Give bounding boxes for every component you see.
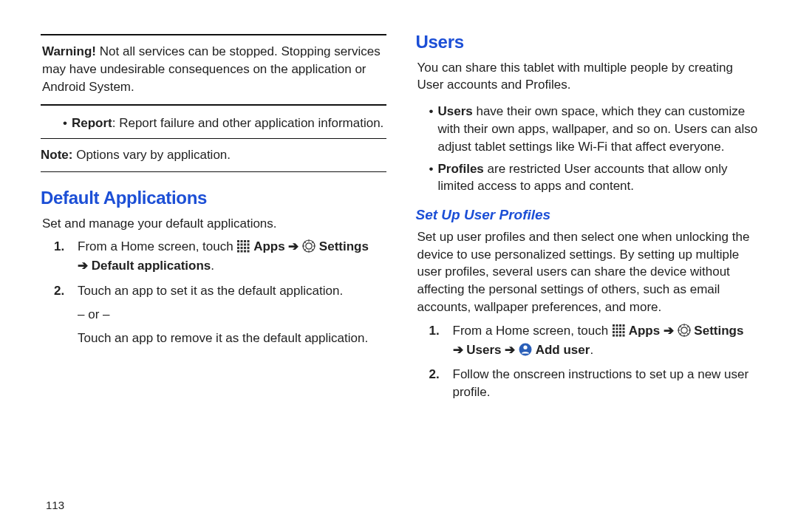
svg-rect-6 <box>244 244 246 246</box>
arrow-icon: ➔ <box>664 324 678 338</box>
report-text: : Report failure and other application i… <box>112 116 384 130</box>
step-item: 1. From a Home screen, touch Apps ➔ S <box>429 322 762 359</box>
bullet-text: have their own space, which they can cus… <box>437 104 757 154</box>
svg-rect-14 <box>244 250 246 253</box>
svg-rect-0 <box>237 240 239 242</box>
apps-label: Apps <box>253 239 285 253</box>
steps-list: 1. From a Home screen, touch Apps ➔ S <box>429 322 762 401</box>
svg-rect-32 <box>619 327 621 330</box>
apps-grid-icon <box>236 239 250 253</box>
divider <box>41 138 386 139</box>
svg-rect-35 <box>615 331 618 333</box>
svg-rect-9 <box>241 247 243 249</box>
svg-rect-5 <box>241 244 243 246</box>
apps-label: Apps <box>629 324 661 338</box>
note-label: Note: <box>41 148 72 162</box>
apps-grid-icon <box>612 324 625 337</box>
report-bullet: • Report: Report failure and other appli… <box>63 115 386 132</box>
users-intro: You can share this tablet with multiple … <box>417 59 762 95</box>
svg-rect-29 <box>622 324 624 327</box>
svg-rect-41 <box>622 334 624 336</box>
step-text: From a Home screen, touch <box>453 324 612 338</box>
svg-point-53 <box>523 345 527 349</box>
svg-rect-26 <box>613 324 615 327</box>
settings-label: Settings <box>319 239 369 253</box>
svg-rect-3 <box>248 240 250 242</box>
period: . <box>211 259 214 273</box>
svg-rect-30 <box>613 327 615 330</box>
list-item: • Profiles are restricted User accounts … <box>429 160 762 196</box>
default-apps-label: Default applications <box>92 259 211 273</box>
users-label: Users <box>437 104 472 118</box>
note-block: Note: Options vary by application. <box>41 143 386 167</box>
subsection-intro: Set up user profiles and then select one… <box>417 228 762 316</box>
users-nav-label: Users <box>466 343 501 357</box>
note-text: Options vary by application. <box>72 148 231 162</box>
gear-icon <box>302 239 316 253</box>
svg-rect-7 <box>248 244 250 246</box>
svg-rect-10 <box>244 247 246 249</box>
svg-rect-31 <box>615 327 618 330</box>
step-text: Touch an app to remove it as the default… <box>78 330 386 347</box>
step-item: 2. Touch an app to set it as the default… <box>54 282 386 347</box>
section-intro: Set and manage your default applications… <box>42 215 386 233</box>
svg-rect-37 <box>622 331 624 333</box>
warning-label: Warning! <box>42 44 96 58</box>
left-column: Warning! Not all services can be stopped… <box>41 30 386 510</box>
add-user-icon <box>519 343 532 356</box>
svg-rect-36 <box>619 331 621 333</box>
list-item: • Users have their own space, which they… <box>429 103 762 155</box>
bullet-icon: • <box>63 115 67 132</box>
report-label: Report <box>72 116 112 130</box>
svg-rect-2 <box>244 240 246 242</box>
gear-icon <box>678 324 691 337</box>
divider <box>41 171 386 172</box>
step-number: 1. <box>429 322 446 359</box>
step-text: From a Home screen, touch <box>78 239 236 253</box>
steps-list: 1. From a Home screen, touch Apps ➔ S <box>54 238 386 347</box>
step-text: Follow the onscreen instructions to set … <box>453 366 762 401</box>
step-item: 2. Follow the onscreen instructions to s… <box>429 366 762 401</box>
svg-rect-38 <box>613 334 615 336</box>
profiles-label: Profiles <box>437 162 483 176</box>
users-bullets: • Users have their own space, which they… <box>429 103 762 195</box>
svg-rect-4 <box>237 244 239 246</box>
svg-rect-27 <box>615 324 618 327</box>
settings-label: Settings <box>694 324 743 338</box>
step-number: 2. <box>54 282 70 347</box>
subsection-heading-setup-profiles: Set Up User Profiles <box>416 205 762 225</box>
arrow-icon: ➔ <box>288 239 302 253</box>
bullet-icon: • <box>429 160 434 196</box>
svg-rect-13 <box>241 250 243 253</box>
add-user-label: Add user <box>536 343 590 357</box>
step-text: Touch an app to set it as the default ap… <box>78 284 343 298</box>
svg-rect-1 <box>241 240 243 242</box>
section-heading-users: Users <box>416 30 762 55</box>
svg-rect-34 <box>613 331 615 333</box>
page-number: 113 <box>46 497 64 513</box>
svg-rect-33 <box>622 327 624 330</box>
svg-rect-12 <box>237 250 239 253</box>
warning-block: Warning! Not all services can be stopped… <box>41 40 386 100</box>
divider <box>41 104 386 106</box>
step-number: 2. <box>429 366 446 401</box>
svg-rect-15 <box>248 250 250 253</box>
arrow-icon: ➔ <box>78 259 92 273</box>
section-heading-default-apps: Default Applications <box>41 185 386 211</box>
step-item: 1. From a Home screen, touch Apps ➔ S <box>54 238 386 275</box>
svg-rect-11 <box>248 247 250 249</box>
svg-rect-8 <box>237 247 239 249</box>
divider <box>41 34 386 35</box>
svg-rect-28 <box>619 324 621 327</box>
step-number: 1. <box>54 238 70 275</box>
or-separator: – or – <box>78 306 386 324</box>
svg-rect-40 <box>619 334 621 336</box>
right-column: Users You can share this tablet with mul… <box>416 30 762 510</box>
arrow-icon: ➔ <box>505 343 519 357</box>
bullet-icon: • <box>429 103 434 155</box>
arrow-icon: ➔ <box>453 343 467 357</box>
period: . <box>590 343 593 357</box>
svg-point-52 <box>519 343 531 355</box>
svg-rect-39 <box>615 334 618 336</box>
